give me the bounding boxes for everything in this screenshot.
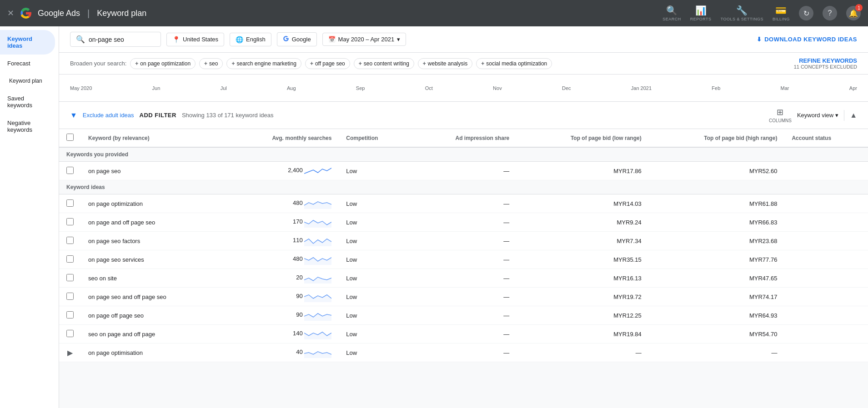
filter-icon[interactable]: ▼ [70, 111, 77, 119]
sidebar-item-forecast[interactable]: Forecast [0, 55, 55, 72]
bid-high-cell: MYR74.17 [649, 288, 785, 306]
reports-icon: 📊 [695, 5, 707, 16]
month-label: Oct [425, 85, 433, 91]
month-label: Jun [152, 85, 161, 91]
notification-button[interactable]: 🔔 1 [846, 6, 861, 20]
keyword-view-button[interactable]: Keyword view ▾ [797, 112, 838, 119]
ad-impression-cell: — [411, 194, 517, 213]
competition-cell: Low [339, 194, 411, 213]
svg-marker-6 [304, 313, 331, 321]
ad-impression-cell: — [411, 250, 517, 269]
columns-button[interactable]: ⊞ COLUMNS [769, 107, 792, 123]
account-status-cell [784, 288, 868, 306]
exclude-adult-button[interactable]: Exclude adult ideas [83, 112, 134, 119]
select-all-checkbox[interactable] [66, 134, 74, 141]
broaden-tag-seo[interactable]: + seo [199, 58, 223, 69]
help-icon: ? [828, 9, 832, 17]
account-status-cell [784, 232, 868, 250]
close-button[interactable]: ✕ [7, 8, 14, 18]
account-status-cell [784, 213, 868, 232]
account-status-cell [784, 269, 868, 288]
plus-icon: + [135, 60, 138, 67]
broaden-tag-website-analysis[interactable]: + website analysis [418, 58, 472, 69]
row-checkbox-cell[interactable] [59, 162, 81, 180]
help-button[interactable]: ? [823, 6, 837, 20]
month-label: Dec [562, 85, 571, 91]
sidebar-item-saved-keywords[interactable]: Saved keywords [0, 90, 55, 114]
svg-marker-2 [304, 239, 331, 246]
search-bar-area: 🔍 📍 United States 🌐 English Google [59, 26, 868, 53]
refresh-button[interactable]: ↻ [799, 6, 813, 20]
reports-nav-label: REPORTS [690, 17, 712, 21]
ad-impression-cell: — [411, 343, 517, 362]
tag-label: off page seo [315, 60, 345, 67]
avg-searches-column-header: Avg. monthly searches [224, 129, 339, 147]
svg-marker-7 [304, 332, 331, 339]
engine-filter[interactable]: Google [277, 32, 317, 46]
sidebar-item-negative-keywords[interactable]: Negative keywords [0, 114, 55, 139]
competition-cell: Low [339, 269, 411, 288]
expand-icon[interactable]: ▶ [67, 349, 73, 357]
bid-low-cell: MYR16.13 [517, 269, 648, 288]
search-nav-button[interactable]: 🔍 SEARCH [662, 5, 681, 21]
tools-nav-button[interactable]: 🔧 TOOLS & SETTINGS [721, 5, 763, 21]
row-checkbox[interactable] [66, 199, 74, 207]
collapse-button[interactable]: ▲ [850, 111, 857, 119]
month-label: Apr [849, 85, 857, 91]
keyword-cell: on page seo and off page seo [81, 288, 224, 306]
location-filter[interactable]: 📍 United States [166, 33, 224, 46]
month-label: Mar [781, 85, 789, 91]
keyword-cell: on page seo [81, 162, 224, 180]
search-box[interactable]: 🔍 [70, 32, 161, 47]
competition-cell: Low [339, 162, 411, 180]
select-all-header[interactable] [59, 129, 81, 147]
row-checkbox[interactable] [66, 237, 74, 244]
row-checkbox[interactable] [66, 274, 74, 281]
avg-searches-cell: 40 [224, 343, 339, 362]
search-input[interactable] [89, 36, 152, 43]
reports-nav-button[interactable]: 📊 REPORTS [690, 5, 712, 21]
account-status-cell [784, 250, 868, 269]
broaden-tag-sem[interactable]: + search engine marketing [226, 58, 301, 69]
account-status-cell [784, 162, 868, 180]
broaden-tag-social-media[interactable]: + social media optimization [476, 58, 552, 69]
row-checkbox[interactable] [66, 218, 74, 225]
competition-cell: Low [339, 288, 411, 306]
language-filter[interactable]: 🌐 English [230, 33, 271, 46]
broaden-tag-on-page-optimization[interactable]: + on page optimization [130, 58, 196, 69]
row-checkbox[interactable] [66, 255, 74, 263]
engine-icon [283, 35, 289, 43]
table-row: seo on page and off page 140 Low — MYR19… [59, 325, 868, 343]
row-checkbox[interactable] [66, 311, 74, 318]
bid-high-cell: MYR64.93 [649, 306, 785, 325]
sidebar-item-keyword-ideas[interactable]: Keyword ideas [0, 30, 55, 55]
app-title: Google Ads [38, 9, 80, 18]
svg-marker-1 [304, 220, 331, 228]
download-keywords-button[interactable]: ⬇ DOWNLOAD KEYWORD IDEAS [757, 36, 857, 43]
date-range-filter[interactable]: 📅 May 2020 – Apr 2021 ▾ [322, 33, 406, 46]
row-checkbox[interactable] [66, 330, 74, 337]
ad-impression-cell: — [411, 162, 517, 180]
refine-keywords-button[interactable]: REFINE KEYWORDS 11 CONCEPTS EXCLUDED [794, 57, 857, 70]
table-row: on page seo factors 110 Low — MYR7.34 MY… [59, 232, 868, 250]
bid-high-cell: MYR66.83 [649, 213, 785, 232]
language-icon: 🌐 [236, 36, 243, 43]
calendar-icon: 📅 [328, 36, 336, 43]
avg-searches-cell: 140 [224, 325, 339, 343]
sidebar-item-keyword-plan[interactable]: Keyword plan [0, 72, 55, 90]
language-label: English [246, 36, 266, 43]
location-icon: 📍 [172, 36, 180, 43]
engine-label: Google [292, 36, 311, 43]
row-checkbox[interactable] [66, 293, 74, 300]
row-checkbox[interactable] [66, 167, 74, 174]
tag-label: search engine marketing [236, 60, 296, 67]
toolbar-divider [844, 110, 844, 121]
section-header-ideas: Keyword ideas [59, 180, 868, 194]
add-filter-button[interactable]: ADD FILTER [140, 112, 176, 119]
billing-nav-button[interactable]: 💳 BILLING [773, 5, 790, 21]
avg-searches-cell: 110 [224, 232, 339, 250]
broaden-tag-off-page-seo[interactable]: + off page seo [305, 58, 350, 69]
sparkline-chart [304, 217, 331, 228]
plus-icon: + [310, 60, 313, 67]
broaden-tag-seo-content[interactable]: + seo content writing [354, 58, 414, 69]
